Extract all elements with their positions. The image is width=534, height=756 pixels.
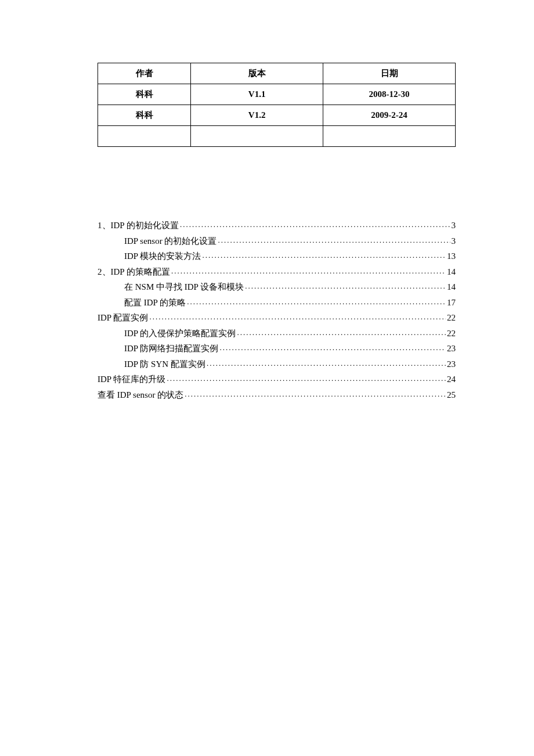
table-cell-version (191, 126, 323, 147)
toc-page-number: 14 (447, 268, 456, 276)
toc-page-number: 22 (447, 329, 456, 338)
toc-entry: 查看 IDP sensor 的状态 25 (98, 389, 456, 399)
toc-entry: IDP 模块的安装方法 13 (98, 250, 456, 261)
toc-entry: IDP 的入侵保护策略配置实例 22 (98, 327, 456, 338)
toc-label: 2、IDP 的策略配置 (98, 268, 170, 276)
toc-leader-dots (149, 312, 446, 321)
toc-entry: 配置 IDP 的策略 17 (98, 297, 456, 307)
table-cell-version: V1.2 (191, 105, 323, 126)
toc-page-number: 23 (447, 344, 456, 353)
toc-entry: IDP sensor 的初始化设置 3 (98, 235, 456, 246)
table-cell-author (98, 126, 191, 147)
table-cell-date (323, 126, 456, 147)
toc-leader-dots (207, 358, 446, 367)
table-cell-author: 科科 (98, 105, 191, 126)
toc-label: 在 NSM 中寻找 IDP 设备和模块 (124, 283, 244, 291)
toc-label: 1、IDP 的初始化设置 (98, 221, 179, 230)
toc-label: IDP 模块的安装方法 (124, 252, 201, 261)
toc-label: 配置 IDP 的策略 (124, 298, 186, 307)
table-header-row: 作者 版本 日期 (98, 63, 456, 84)
toc-entry: IDP 配置实例 22 (98, 312, 456, 322)
document-page: 作者 版本 日期 科科 V1.1 2008-12-30 科科 V1.2 2009… (0, 0, 534, 399)
version-table: 作者 版本 日期 科科 V1.1 2008-12-30 科科 V1.2 2009… (98, 63, 456, 147)
toc-page-number: 25 (447, 391, 456, 399)
toc-label: 查看 IDP sensor 的状态 (98, 391, 183, 399)
toc-page-number: 23 (447, 360, 456, 369)
toc-leader-dots (245, 281, 446, 290)
toc-leader-dots (202, 250, 446, 259)
table-row: 科科 V1.2 2009-2-24 (98, 105, 456, 126)
toc-leader-dots (185, 389, 446, 398)
toc-label: IDP 配置实例 (98, 314, 148, 322)
table-cell-version: V1.1 (191, 84, 323, 105)
toc-entry: IDP 特征库的升级 24 (98, 373, 456, 384)
toc-leader-dots (167, 373, 446, 382)
table-of-contents: 1、IDP 的初始化设置 3 IDP sensor 的初始化设置 3 IDP 模… (98, 219, 456, 399)
toc-leader-dots (171, 266, 446, 275)
table-header-cell: 版本 (191, 63, 323, 84)
table-header-cell: 日期 (323, 63, 456, 84)
table-row: 科科 V1.1 2008-12-30 (98, 84, 456, 105)
toc-page-number: 3 (452, 221, 456, 230)
table-cell-date: 2008-12-30 (323, 84, 456, 105)
toc-page-number: 3 (452, 237, 456, 246)
toc-entry: IDP 防网络扫描配置实例 23 (98, 343, 456, 353)
toc-label: IDP 特征库的升级 (98, 375, 165, 384)
toc-entry: 1、IDP 的初始化设置 3 (98, 219, 456, 230)
toc-entry: IDP 防 SYN 配置实例 23 (98, 358, 456, 369)
toc-label: IDP 的入侵保护策略配置实例 (124, 329, 236, 338)
table-cell-date: 2009-2-24 (323, 105, 456, 126)
table-cell-author: 科科 (98, 84, 191, 105)
toc-page-number: 22 (447, 314, 456, 322)
toc-leader-dots (187, 297, 446, 305)
table-row (98, 126, 456, 147)
toc-page-number: 14 (447, 283, 456, 291)
toc-page-number: 13 (447, 252, 456, 261)
toc-label: IDP sensor 的初始化设置 (124, 237, 217, 246)
toc-leader-dots (219, 343, 446, 351)
toc-leader-dots (237, 327, 446, 336)
toc-label: IDP 防网络扫描配置实例 (124, 344, 218, 353)
toc-leader-dots (218, 235, 450, 244)
toc-entry: 2、IDP 的策略配置 14 (98, 266, 456, 276)
toc-leader-dots (180, 219, 450, 228)
toc-entry: 在 NSM 中寻找 IDP 设备和模块 14 (98, 281, 456, 291)
toc-page-number: 24 (447, 375, 456, 384)
toc-page-number: 17 (447, 298, 456, 307)
toc-label: IDP 防 SYN 配置实例 (124, 360, 205, 369)
table-header-cell: 作者 (98, 63, 191, 84)
